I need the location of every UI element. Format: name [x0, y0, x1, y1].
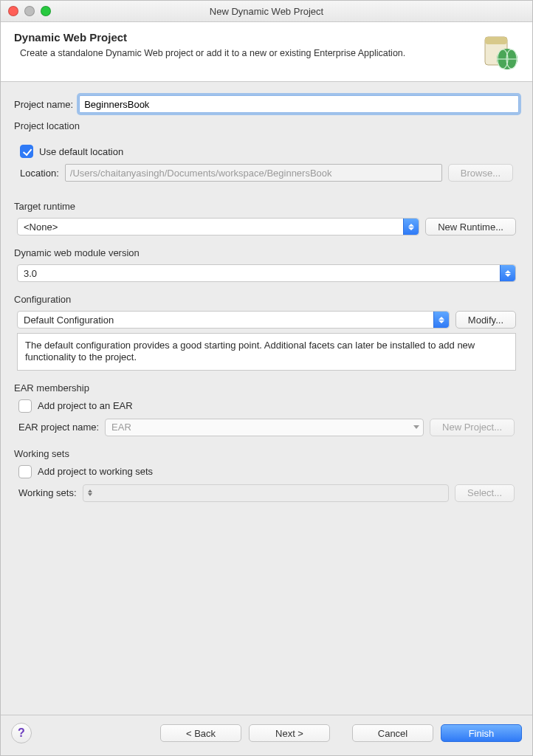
- new-ear-project-button: New Project...: [430, 419, 515, 436]
- project-location-title: Project location: [14, 120, 519, 131]
- wizard-header-title: Dynamic Web Project: [14, 31, 469, 44]
- configuration-title: Configuration: [14, 294, 519, 305]
- close-window-button[interactable]: [8, 6, 18, 16]
- wizard-header-text: Dynamic Web Project Create a standalone …: [14, 30, 469, 60]
- back-button[interactable]: < Back: [160, 724, 241, 742]
- traffic-lights: [8, 6, 51, 16]
- configuration-select[interactable]: Default Configuration: [17, 311, 450, 329]
- chevron-updown-icon: [433, 312, 449, 328]
- ear-project-name-label: EAR project name:: [18, 422, 99, 433]
- modify-configuration-button[interactable]: Modify...: [455, 311, 516, 329]
- wizard-footer: ? < Back Next > Cancel Finish: [1, 715, 532, 755]
- project-name-row: Project name:: [14, 95, 519, 113]
- add-to-ear-row: Add project to an EAR: [18, 399, 515, 413]
- target-runtime-value: <None>: [18, 221, 403, 233]
- add-to-ear-checkbox[interactable]: [18, 399, 32, 413]
- use-default-location-label: Use default location: [39, 146, 123, 157]
- window-title: New Dynamic Web Project: [1, 6, 532, 17]
- wizard-header-icon: [478, 31, 519, 72]
- wizard-content: Project name: Project location Use defau…: [1, 82, 532, 715]
- project-location-group: Project location Use default location Lo…: [14, 120, 519, 189]
- next-button[interactable]: Next >: [249, 724, 330, 742]
- project-name-input[interactable]: [79, 95, 519, 113]
- chevron-updown-icon: [83, 489, 97, 496]
- target-runtime-title: Target runtime: [14, 201, 519, 212]
- working-sets-group: Working sets Add project to working sets…: [14, 448, 519, 502]
- chevron-down-icon: [410, 425, 423, 429]
- titlebar: New Dynamic Web Project: [1, 1, 532, 22]
- new-runtime-button[interactable]: New Runtime...: [425, 218, 516, 236]
- chevron-updown-icon: [403, 219, 419, 235]
- ear-project-name-value: EAR: [106, 422, 410, 433]
- cancel-button[interactable]: Cancel: [352, 724, 433, 742]
- configuration-description: The default configuration provides a goo…: [17, 333, 516, 371]
- chevron-updown-icon: [500, 265, 515, 281]
- module-version-value: 3.0: [18, 268, 500, 279]
- use-default-location-checkbox[interactable]: [20, 145, 33, 158]
- target-runtime-group: Target runtime <None> New Runtime...: [14, 201, 519, 236]
- wizard-header: Dynamic Web Project Create a standalone …: [1, 22, 532, 82]
- target-runtime-select[interactable]: <None>: [17, 218, 419, 236]
- module-version-select[interactable]: 3.0: [17, 264, 516, 282]
- browse-location-button: Browse...: [448, 164, 513, 182]
- working-sets-title: Working sets: [14, 448, 519, 459]
- module-version-title: Dynamic web module version: [14, 247, 519, 258]
- working-sets-label: Working sets:: [18, 487, 77, 498]
- configuration-group: Configuration Default Configuration Modi…: [14, 294, 519, 371]
- add-to-ear-label: Add project to an EAR: [38, 400, 133, 411]
- configuration-value: Default Configuration: [18, 315, 433, 326]
- location-input: [65, 164, 442, 182]
- location-label: Location:: [20, 168, 59, 179]
- maximize-window-button[interactable]: [41, 6, 51, 16]
- help-button[interactable]: ?: [11, 723, 32, 743]
- ear-project-name-select: EAR: [105, 419, 424, 436]
- use-default-location-row: Use default location: [20, 145, 513, 158]
- svg-rect-1: [485, 37, 507, 44]
- finish-button[interactable]: Finish: [441, 724, 522, 742]
- module-version-group: Dynamic web module version 3.0: [14, 247, 519, 282]
- minimize-window-button[interactable]: [24, 6, 35, 16]
- working-sets-select: [83, 484, 450, 502]
- add-to-working-sets-row: Add project to working sets: [18, 465, 515, 478]
- add-to-working-sets-label: Add project to working sets: [38, 466, 153, 477]
- ear-membership-title: EAR membership: [14, 382, 519, 394]
- wizard-window: New Dynamic Web Project Dynamic Web Proj…: [0, 0, 533, 756]
- wizard-header-description: Create a standalone Dynamic Web project …: [20, 48, 469, 60]
- project-name-label: Project name:: [14, 99, 73, 110]
- select-working-sets-button: Select...: [455, 484, 515, 502]
- add-to-working-sets-checkbox[interactable]: [18, 465, 32, 478]
- ear-membership-group: EAR membership Add project to an EAR EAR…: [14, 382, 519, 436]
